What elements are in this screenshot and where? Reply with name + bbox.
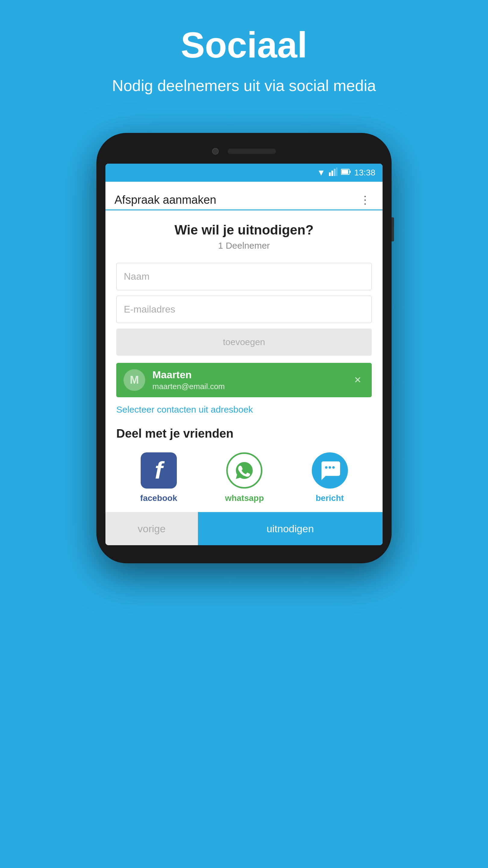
svg-rect-0 [329,173,331,176]
app-bar: Afspraak aanmaken ⋮ [105,182,383,210]
phone-camera [212,148,219,155]
participant-avatar: M [124,369,145,391]
svg-rect-5 [341,170,348,174]
share-buttons: f facebook whatsapp [116,453,372,512]
svg-point-8 [329,466,331,469]
participant-remove-button[interactable]: ✕ [351,372,364,388]
bericht-label: bericht [316,493,344,503]
app-content: Wie wil je uitnodigen? 1 Deelnemer toevo… [105,210,383,512]
page-header: Sociaal Nodig deelnemers uit via social … [100,0,388,115]
address-book-link[interactable]: Selecteer contacten uit adresboek [116,404,372,415]
phone-top [105,145,383,158]
email-input[interactable] [116,296,372,323]
facebook-icon: f [141,453,177,489]
naam-input[interactable] [116,263,372,290]
invite-title: Wie wil je uitnodigen? [116,222,372,238]
phone-outer: ▼ [96,133,392,563]
whatsapp-label: whatsapp [225,493,264,503]
svg-rect-2 [334,169,335,176]
whatsapp-share-button[interactable]: whatsapp [225,453,264,503]
wifi-icon: ▼ [317,168,325,178]
facebook-share-button[interactable]: f facebook [140,453,177,503]
svg-point-7 [325,466,327,469]
phone-speaker [228,149,276,154]
facebook-label: facebook [140,493,177,503]
svg-rect-3 [336,167,337,176]
participant-name: Maarten [153,369,344,381]
status-time: 13:38 [354,168,375,178]
back-button[interactable]: vorige [105,512,198,545]
participant-info: Maarten maarten@email.com [153,369,344,391]
phone-mockup: ▼ [96,133,392,563]
whatsapp-icon [226,453,262,489]
status-bar: ▼ [105,164,383,182]
signal-icon [329,167,337,178]
bericht-icon [312,453,348,489]
status-icons: ▼ [317,167,375,178]
bottom-nav: vorige uitnodigen [105,512,383,545]
participant-email: maarten@email.com [153,382,344,391]
page-subtitle: Nodig deelnemers uit via social media [112,75,376,97]
participant-count: 1 Deelnemer [116,241,372,251]
phone-side-button [392,217,394,241]
svg-rect-6 [350,170,351,173]
svg-rect-1 [331,170,333,176]
page-title: Sociaal [112,24,376,66]
share-title: Deel met je vrienden [116,427,372,440]
battery-icon [341,168,351,177]
participant-item: M Maarten maarten@email.com ✕ [116,363,372,397]
add-button[interactable]: toevoegen [116,329,372,355]
menu-icon[interactable]: ⋮ [357,191,373,210]
invite-button[interactable]: uitnodigen [198,512,383,545]
bericht-share-button[interactable]: bericht [312,453,348,503]
svg-point-9 [332,466,335,469]
phone-screen: ▼ [105,164,383,545]
app-bar-title: Afspraak aanmaken [115,193,216,207]
